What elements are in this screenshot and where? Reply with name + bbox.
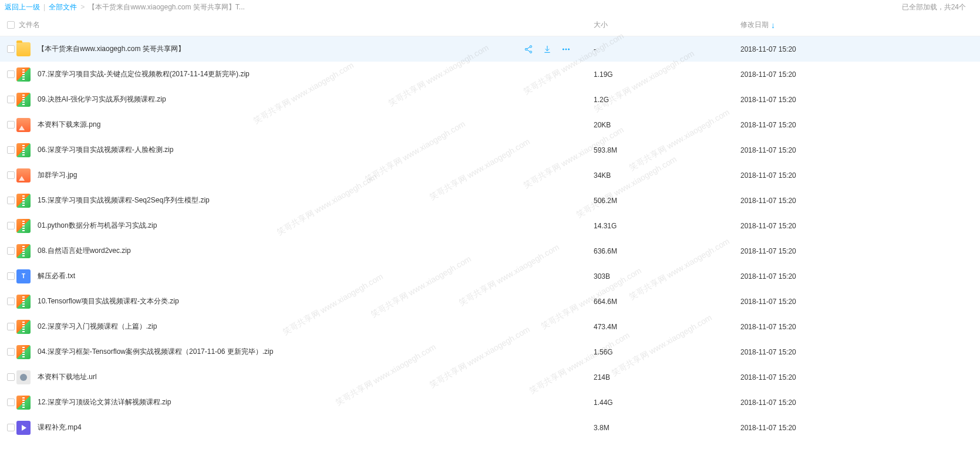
file-name[interactable]: 本资料下载来源.png	[38, 120, 523, 130]
file-date: 2018-11-07 15:20	[740, 398, 975, 407]
svg-point-7	[568, 49, 570, 50]
zip-icon	[16, 219, 31, 233]
table-row[interactable]: 06.深度学习项目实战视频课程-人脸检测.zip 593.8M 2018-11-…	[0, 137, 980, 163]
download-icon[interactable]	[542, 44, 553, 55]
file-date: 2018-11-07 15:20	[740, 96, 975, 104]
folder-icon	[16, 42, 31, 56]
file-size: 214B	[594, 373, 740, 381]
table-row[interactable]: 加群学习.jpg 34KB 2018-11-07 15:20	[0, 163, 980, 188]
file-size: 636.6M	[594, 247, 740, 255]
table-row[interactable]: 本资料下载地址.url 214B 2018-11-07 15:20	[0, 364, 980, 390]
file-size: 506.2M	[594, 197, 740, 205]
row-checkbox[interactable]	[7, 171, 15, 179]
file-list: 【本干货来自www.xiaogegh.com 笑哥共享网】 - 2018-11-…	[0, 36, 980, 440]
file-name[interactable]: 06.深度学习项目实战视频课程-人脸检测.zip	[38, 145, 523, 155]
file-size: 1.44G	[594, 398, 740, 407]
breadcrumb-back[interactable]: 返回上一级	[5, 2, 40, 12]
file-name[interactable]: 04.深度学习框架-Tensorflow案例实战视频课程（2017-11-06 …	[38, 347, 523, 357]
file-name[interactable]: 解压必看.txt	[38, 271, 523, 281]
table-row[interactable]: 【本干货来自www.xiaogegh.com 笑哥共享网】 - 2018-11-…	[0, 36, 980, 62]
file-size: 1.2G	[594, 96, 740, 104]
file-size: -	[594, 45, 740, 53]
url-icon	[16, 370, 31, 384]
file-name[interactable]: 课程补充.mp4	[38, 423, 523, 433]
file-name[interactable]: 【本干货来自www.xiaogegh.com 笑哥共享网】	[38, 44, 523, 54]
table-row[interactable]: 08.自然语言处理word2vec.zip 636.6M 2018-11-07 …	[0, 238, 980, 264]
row-checkbox[interactable]	[7, 323, 15, 330]
share-icon[interactable]	[523, 44, 534, 55]
table-row[interactable]: 12.深度学习顶级论文算法详解视频课程.zip 1.44G 2018-11-07…	[0, 390, 980, 415]
row-checkbox[interactable]	[7, 45, 15, 53]
row-checkbox[interactable]	[7, 96, 15, 103]
file-size: 593.8M	[594, 146, 740, 154]
file-name[interactable]: 02.深度学习入门视频课程（上篇）.zip	[38, 322, 523, 332]
more-icon[interactable]	[561, 44, 571, 55]
zip-icon	[16, 396, 31, 410]
svg-line-3	[527, 47, 530, 49]
row-checkbox[interactable]	[7, 298, 15, 305]
file-name[interactable]: 加群学习.jpg	[38, 170, 523, 180]
row-checkbox[interactable]	[7, 197, 15, 204]
row-checkbox[interactable]	[7, 121, 15, 129]
file-name[interactable]: 本资料下载地址.url	[38, 372, 523, 382]
file-size: 34KB	[594, 171, 740, 180]
row-checkbox[interactable]	[7, 247, 15, 255]
zip-icon	[16, 320, 31, 334]
file-name[interactable]: 12.深度学习顶级论文算法详解视频课程.zip	[38, 397, 523, 407]
file-size: 3.8M	[594, 424, 740, 432]
svg-point-0	[530, 45, 531, 47]
file-size: 1.56G	[594, 348, 740, 356]
file-date: 2018-11-07 15:20	[740, 121, 975, 129]
file-name[interactable]: 08.自然语言处理word2vec.zip	[38, 246, 523, 256]
row-checkbox[interactable]	[7, 70, 15, 78]
table-row[interactable]: 04.深度学习框架-Tensorflow案例实战视频课程（2017-11-06 …	[0, 339, 980, 364]
file-name[interactable]: 01.python数据分析与机器学习实战.zip	[38, 221, 523, 231]
row-checkbox[interactable]	[7, 146, 15, 154]
column-name[interactable]: 文件名	[16, 20, 523, 30]
table-row[interactable]: T 解压必看.txt 303B 2018-11-07 15:20	[0, 264, 980, 289]
file-name[interactable]: 15.深度学习项目实战视频课程-Seq2Seq序列生模型.zip	[38, 195, 523, 205]
table-row[interactable]: 09.决胜AI-强化学习实战系列视频课程.zip 1.2G 2018-11-07…	[0, 87, 980, 112]
file-name[interactable]: 09.决胜AI-强化学习实战系列视频课程.zip	[38, 94, 523, 104]
file-date: 2018-11-07 15:20	[740, 45, 975, 53]
file-date: 2018-11-07 15:20	[740, 373, 975, 381]
breadcrumb-all-files[interactable]: 全部文件	[49, 2, 77, 12]
table-row[interactable]: 本资料下载来源.png 20KB 2018-11-07 15:20	[0, 112, 980, 137]
file-date: 2018-11-07 15:20	[740, 272, 975, 281]
file-size: 14.31G	[594, 222, 740, 230]
zip-icon	[16, 295, 31, 309]
table-row[interactable]: 15.深度学习项目实战视频课程-Seq2Seq序列生模型.zip 506.2M …	[0, 188, 980, 213]
file-date: 2018-11-07 15:20	[740, 298, 975, 306]
table-row[interactable]: 课程补充.mp4 3.8M 2018-11-07 15:20	[0, 415, 980, 440]
file-date: 2018-11-07 15:20	[740, 424, 975, 432]
table-row[interactable]: 07.深度学习项目实战-关键点定位视频教程(2017-11-14更新完毕).zi…	[0, 62, 980, 87]
file-name[interactable]: 10.Tensorflow项目实战视频课程-文本分类.zip	[38, 296, 523, 306]
file-date: 2018-11-07 15:20	[740, 146, 975, 154]
img-icon	[16, 168, 31, 183]
file-size: 473.4M	[594, 323, 740, 331]
file-date: 2018-11-07 15:20	[740, 247, 975, 255]
column-size[interactable]: 大小	[594, 20, 740, 30]
zip-icon	[16, 244, 31, 258]
table-row[interactable]: 02.深度学习入门视频课程（上篇）.zip 473.4M 2018-11-07 …	[0, 314, 980, 339]
file-date: 2018-11-07 15:20	[740, 323, 975, 331]
column-date[interactable]: 修改日期 ↓	[740, 20, 975, 30]
row-checkbox[interactable]	[7, 222, 15, 229]
row-checkbox[interactable]	[7, 348, 15, 356]
txt-icon: T	[16, 269, 31, 283]
row-checkbox[interactable]	[7, 272, 15, 280]
file-date: 2018-11-07 15:20	[740, 197, 975, 205]
file-date: 2018-11-07 15:20	[740, 70, 975, 79]
row-checkbox[interactable]	[7, 373, 15, 381]
file-name[interactable]: 07.深度学习项目实战-关键点定位视频教程(2017-11-14更新完毕).zi…	[38, 69, 523, 79]
table-row[interactable]: 10.Tensorflow项目实战视频课程-文本分类.zip 664.6M 20…	[0, 289, 980, 314]
select-all-checkbox[interactable]	[7, 21, 15, 29]
mp4-icon	[16, 421, 31, 435]
file-size: 20KB	[594, 121, 740, 129]
file-date: 2018-11-07 15:20	[740, 348, 975, 356]
row-checkbox[interactable]	[7, 398, 15, 406]
breadcrumb-chevron: >	[80, 3, 85, 11]
table-row[interactable]: 01.python数据分析与机器学习实战.zip 14.31G 2018-11-…	[0, 213, 980, 238]
row-checkbox[interactable]	[7, 424, 15, 431]
file-size: 303B	[594, 272, 740, 281]
